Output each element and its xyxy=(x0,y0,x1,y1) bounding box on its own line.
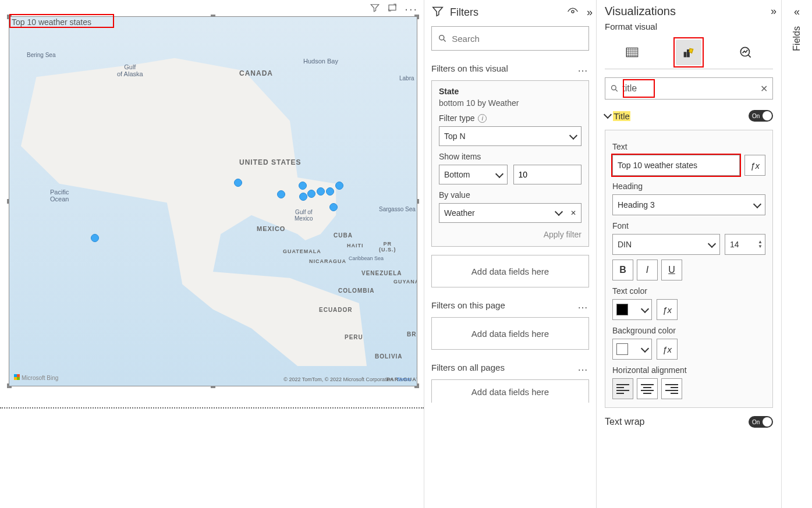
fields-pane-collapsed[interactable]: « Fields xyxy=(781,0,812,508)
underline-button[interactable]: U xyxy=(661,260,682,280)
bg-color-picker[interactable] xyxy=(612,339,652,360)
label-peru: PERU xyxy=(345,334,363,340)
align-label: Horizontal alignment xyxy=(612,365,765,375)
format-search-input[interactable] xyxy=(622,83,757,94)
map-surface[interactable]: Bering Sea Gulf of Alaska CANADA Hudson … xyxy=(9,17,417,386)
filters-pane: Filters » Filters on this visual … State… xyxy=(424,0,596,508)
map-marker[interactable] xyxy=(299,193,307,201)
filter-type-label: Filter type xyxy=(439,113,474,123)
align-right-button[interactable] xyxy=(661,378,682,399)
font-family-value: DIN xyxy=(618,240,632,249)
chevron-down-icon[interactable] xyxy=(555,208,563,216)
section-menu-icon[interactable]: … xyxy=(577,62,589,74)
expand-fields-icon[interactable]: « xyxy=(794,6,800,18)
text-color-picker[interactable] xyxy=(612,299,652,320)
title-section-toggle[interactable]: Title xyxy=(605,111,630,121)
label-pr: PR (U.S.) xyxy=(379,241,396,253)
label-sargasso: Sargasso Sea xyxy=(379,206,416,212)
format-visual-tab[interactable] xyxy=(676,40,701,65)
by-value-chip[interactable]: Weather ✕ xyxy=(439,203,581,223)
label-caribbean: Caribbean Sea xyxy=(349,255,384,261)
map-marker[interactable] xyxy=(335,182,343,190)
report-canvas: ··· Top 10 weather states Bering Sea Gul… xyxy=(0,0,424,508)
svg-point-7 xyxy=(612,86,616,90)
drop-well-page[interactable]: Add data fields here xyxy=(431,317,589,350)
heading-value: Heading 3 xyxy=(618,200,655,209)
filter-icon[interactable] xyxy=(370,2,380,15)
heading-select[interactable]: Heading 3 xyxy=(612,194,765,215)
title-properties-card: Text Top 10 weather states ƒx Heading He… xyxy=(605,130,773,408)
label-haiti: HAITI xyxy=(347,243,364,248)
map-marker[interactable] xyxy=(234,179,242,187)
text-wrap-toggle[interactable]: On xyxy=(749,416,773,428)
fields-label: Fields xyxy=(792,26,802,51)
text-label: Text xyxy=(612,142,765,151)
focus-mode-icon[interactable] xyxy=(387,2,398,15)
section-page-label: Filters on this page xyxy=(431,300,505,310)
apply-filter-link[interactable]: Apply filter xyxy=(439,230,581,239)
show-count-input[interactable] xyxy=(513,165,582,184)
text-color-fx-button[interactable]: ƒx xyxy=(657,299,678,320)
terms-link[interactable]: Terms xyxy=(397,376,412,382)
drop-well-all[interactable]: Add data fields here xyxy=(431,379,589,403)
label-hudson: Hudson Bay xyxy=(303,58,338,65)
align-left-button[interactable] xyxy=(612,378,633,399)
map-marker[interactable] xyxy=(299,182,307,190)
format-visual-label: Format visual xyxy=(605,22,773,31)
title-fx-button[interactable]: ƒx xyxy=(744,155,765,176)
map-marker[interactable] xyxy=(91,234,99,242)
label-canada: CANADA xyxy=(239,69,273,77)
title-on-toggle[interactable]: On xyxy=(749,110,773,122)
chevron-down-icon xyxy=(641,304,649,312)
filter-type-select[interactable]: Top N xyxy=(439,126,581,146)
drop-well-visual[interactable]: Add data fields here xyxy=(431,255,589,287)
svg-rect-5 xyxy=(687,50,689,57)
clear-search-icon[interactable]: ✕ xyxy=(760,83,768,94)
more-options-icon[interactable]: ··· xyxy=(405,5,418,12)
map-marker[interactable] xyxy=(329,203,338,211)
section-all-label: Filters on all pages xyxy=(431,363,505,372)
spin-down-icon[interactable]: ▼ xyxy=(758,244,763,249)
map-marker[interactable] xyxy=(317,187,325,196)
label-venezuela: VENEZUELA xyxy=(361,270,402,276)
label-labrador: Labra xyxy=(399,75,414,81)
label-pacific: Pacific Ocean xyxy=(50,189,69,203)
analytics-tab[interactable] xyxy=(733,40,758,65)
collapse-pane-icon[interactable]: » xyxy=(771,5,773,17)
label-guyana: GUYANA xyxy=(393,279,417,285)
remove-icon[interactable]: ✕ xyxy=(570,209,576,217)
filters-search[interactable] xyxy=(431,26,589,51)
map-marker[interactable] xyxy=(307,190,315,198)
map-visual[interactable]: Bering Sea Gulf of Alaska CANADA Hudson … xyxy=(9,16,417,386)
filters-search-input[interactable] xyxy=(452,34,583,44)
collapse-pane-icon[interactable]: » xyxy=(587,6,589,19)
info-icon[interactable]: i xyxy=(478,114,487,123)
label-cuba: CUBA xyxy=(334,232,353,239)
filter-card-state[interactable]: State bottom 10 by Weather Filter typei … xyxy=(431,80,589,247)
section-menu-icon[interactable]: … xyxy=(577,299,589,311)
label-colombia: COLOMBIA xyxy=(338,287,374,294)
map-marker[interactable] xyxy=(326,187,334,196)
heading-label: Heading xyxy=(612,182,765,191)
show-direction-select[interactable]: Bottom xyxy=(439,165,508,184)
label-bolivia: BOLIVIA xyxy=(375,353,403,360)
align-center-button[interactable] xyxy=(637,378,658,399)
font-family-select[interactable]: DIN xyxy=(612,234,720,255)
bold-button[interactable]: B xyxy=(612,260,633,280)
label-nicaragua: NICARAGUA xyxy=(309,258,346,264)
italic-button[interactable]: I xyxy=(637,260,658,280)
title-text-input[interactable]: Top 10 weather states xyxy=(612,155,740,176)
map-marker[interactable] xyxy=(277,190,285,198)
label-gulf-mex: Gulf of Mexico xyxy=(295,209,313,222)
visualizations-pane: Visualizations » Format visual ✕ Title O… xyxy=(596,0,781,508)
bg-color-fx-button[interactable]: ƒx xyxy=(657,339,678,360)
show-items-label: Show items xyxy=(439,152,581,161)
label-bering: Bering Sea xyxy=(27,52,55,58)
format-search-box[interactable]: ✕ xyxy=(605,77,773,100)
build-visual-tab[interactable] xyxy=(619,40,645,65)
font-size-input[interactable]: 14 ▲▼ xyxy=(725,234,765,255)
by-value-text: Weather xyxy=(444,208,475,218)
search-icon xyxy=(438,33,447,44)
preview-icon[interactable] xyxy=(567,6,579,20)
section-menu-icon[interactable]: … xyxy=(577,361,589,374)
